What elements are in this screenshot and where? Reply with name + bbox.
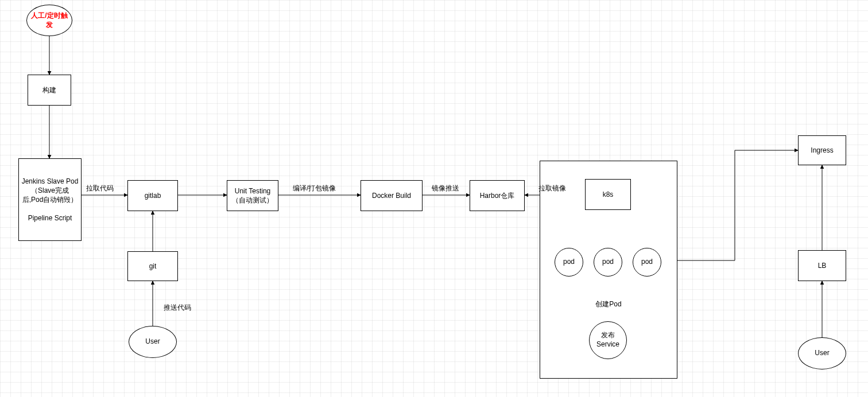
lb-label: LB: [818, 261, 827, 270]
push-code-label: 推送代码: [164, 303, 191, 313]
pod1-label: pod: [563, 258, 575, 267]
gitlab-label: gitlab: [145, 191, 161, 200]
k8s-node: k8s: [585, 179, 631, 210]
pull-image-label: 拉取镜像: [538, 184, 566, 193]
docker-build-label: Docker Build: [372, 191, 411, 200]
build-label: 构建: [42, 85, 56, 95]
user-right-label: User: [815, 349, 829, 358]
create-pod-label: 创建Pod: [580, 299, 637, 309]
pod2-node: pod: [594, 248, 622, 277]
unit-testing-node: Unit Testing（自动测试）: [227, 180, 278, 211]
harbor-label: Harbor仓库: [480, 191, 515, 200]
jenkins-node: Jenkins Slave Pod（Slave完成后,Pod自动销毁） Pipe…: [18, 158, 82, 241]
jenkins-label: Jenkins Slave Pod（Slave完成后,Pod自动销毁） Pipe…: [21, 177, 79, 223]
ingress-node: Ingress: [798, 135, 846, 165]
gitlab-node: gitlab: [127, 180, 178, 211]
harbor-node: Harbor仓库: [470, 180, 525, 211]
trigger-node: 人工/定时触发: [26, 5, 72, 36]
publish-service-node: 发布Service: [589, 321, 627, 359]
pod1-node: pod: [555, 248, 583, 277]
publish-service-label: 发布Service: [592, 331, 624, 349]
ingress-label: Ingress: [811, 146, 833, 155]
pod2-label: pod: [602, 258, 614, 267]
k8s-label: k8s: [603, 190, 614, 199]
image-push-label: 镜像推送: [432, 184, 459, 193]
user-left-node: User: [129, 326, 177, 358]
pod3-node: pod: [633, 248, 661, 277]
trigger-label: 人工/定时触发: [29, 11, 69, 29]
unit-testing-label: Unit Testing（自动测试）: [230, 186, 276, 205]
build-node: 构建: [28, 75, 71, 106]
user-right-node: User: [798, 337, 846, 369]
user-left-label: User: [145, 337, 160, 347]
pod3-label: pod: [641, 258, 653, 267]
git-node: git: [127, 251, 178, 281]
compile-label: 编译/打包镜像: [293, 184, 336, 193]
docker-build-node: Docker Build: [361, 180, 423, 211]
git-label: git: [149, 262, 157, 271]
pull-code-label: 拉取代码: [86, 184, 114, 193]
lb-node: LB: [798, 250, 846, 281]
